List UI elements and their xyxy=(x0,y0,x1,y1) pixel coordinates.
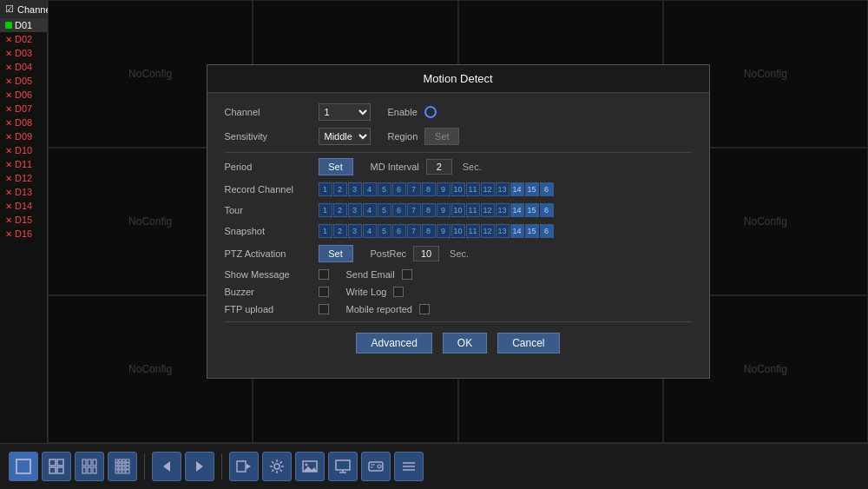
ch-15[interactable]: 15 xyxy=(525,182,539,196)
tour-ch-4[interactable]: 4 xyxy=(363,203,377,217)
snap-ch-7[interactable]: 7 xyxy=(407,224,421,238)
tour-ch-7[interactable]: 7 xyxy=(407,203,421,217)
tour-ch-12[interactable]: 12 xyxy=(481,203,495,217)
snap-ch-9[interactable]: 9 xyxy=(437,224,450,238)
ch-12[interactable]: 12 xyxy=(481,182,495,196)
buzzer-checkbox[interactable] xyxy=(319,287,329,297)
advanced-button[interactable]: Advanced xyxy=(356,333,431,354)
ch-5[interactable]: 5 xyxy=(378,182,391,196)
svg-rect-17 xyxy=(122,463,125,466)
channel-item-d01[interactable]: D01 xyxy=(0,18,47,32)
grid-1x1-icon xyxy=(16,459,31,474)
channel-item-d10[interactable]: ✕ D10 xyxy=(0,143,47,157)
snap-ch-10[interactable]: 10 xyxy=(451,224,465,238)
ch-9[interactable]: 9 xyxy=(437,182,450,196)
hdd-button[interactable] xyxy=(361,452,391,481)
svg-point-39 xyxy=(378,465,381,468)
snap-ch-4[interactable]: 4 xyxy=(363,224,377,238)
grid-2x2-button[interactable] xyxy=(42,452,71,481)
next-button[interactable] xyxy=(185,452,214,481)
ch-11[interactable]: 11 xyxy=(466,182,480,196)
tour-ch-3[interactable]: 3 xyxy=(348,203,362,217)
channel-item-d08[interactable]: ✕ D08 xyxy=(0,116,47,129)
snap-ch-16[interactable]: 6 xyxy=(540,224,554,238)
settings-button[interactable] xyxy=(262,452,292,481)
tour-ch-15[interactable]: 15 xyxy=(525,203,539,217)
enable-checkbox[interactable] xyxy=(424,106,437,118)
grid-1x1-button[interactable] xyxy=(9,452,38,481)
tour-ch-11[interactable]: 11 xyxy=(466,203,480,217)
tour-ch-10[interactable]: 10 xyxy=(451,203,465,217)
sensitivity-select[interactable]: Middle Low High xyxy=(319,128,371,145)
channel-item-d03[interactable]: ✕ D03 xyxy=(0,46,47,60)
ok-button[interactable]: OK xyxy=(443,333,487,354)
monitor-button[interactable] xyxy=(328,452,358,481)
channel-item-d05[interactable]: ✕ D05 xyxy=(0,74,47,88)
ch-14[interactable]: 14 xyxy=(510,182,524,196)
settings-icon xyxy=(269,459,285,474)
ch-4[interactable]: 4 xyxy=(363,182,377,196)
snap-ch-5[interactable]: 5 xyxy=(378,224,391,238)
ch-1[interactable]: 1 xyxy=(319,182,332,196)
toolbar-sep-1 xyxy=(144,453,145,479)
snap-ch-6[interactable]: 6 xyxy=(392,224,406,238)
tour-ch-13[interactable]: 13 xyxy=(496,203,510,217)
dialog-title: Motion Detect xyxy=(207,65,709,93)
ch-7[interactable]: 7 xyxy=(407,182,421,196)
channel-item-d16[interactable]: ✕ D16 xyxy=(0,227,47,241)
channel-item-d06[interactable]: ✕ D06 xyxy=(0,88,47,102)
snap-ch-13[interactable]: 13 xyxy=(496,224,510,238)
channel-item-d07[interactable]: ✕ D07 xyxy=(0,102,47,116)
prev-button[interactable] xyxy=(152,452,181,481)
tour-ch-6[interactable]: 6 xyxy=(392,203,406,217)
snap-ch-3[interactable]: 3 xyxy=(348,224,362,238)
cancel-button[interactable]: Cancel xyxy=(497,333,559,354)
ch-6[interactable]: 6 xyxy=(392,182,406,196)
snap-ch-14[interactable]: 14 xyxy=(510,224,524,238)
snap-ch-11[interactable]: 11 xyxy=(466,224,480,238)
snap-ch-1[interactable]: 1 xyxy=(319,224,332,238)
ch-13[interactable]: 13 xyxy=(496,182,510,196)
channel-item-d12[interactable]: ✕ D12 xyxy=(0,171,47,185)
tour-ch-1[interactable]: 1 xyxy=(319,203,332,217)
ch-2[interactable]: 2 xyxy=(333,182,347,196)
mobile-reported-checkbox[interactable] xyxy=(419,304,430,314)
channel-select[interactable]: 1 2 xyxy=(319,103,371,121)
channel-item-d09[interactable]: ✕ D09 xyxy=(0,129,47,143)
snap-ch-15[interactable]: 15 xyxy=(525,224,539,238)
channel-item-d13[interactable]: ✕ D13 xyxy=(0,185,47,199)
grid-4x4-button[interactable] xyxy=(108,452,137,481)
send-email-checkbox[interactable] xyxy=(402,269,412,280)
tour-ch-2[interactable]: 2 xyxy=(333,203,347,217)
ftp-checkbox[interactable] xyxy=(319,304,329,314)
ptz-set-button[interactable]: Set xyxy=(319,245,353,262)
grid-3x2-button[interactable] xyxy=(75,452,104,481)
image-button[interactable] xyxy=(295,452,325,481)
tour-row: Tour 1 2 3 4 5 6 7 8 9 10 11 12 13 14 15 xyxy=(225,203,692,217)
channel-item-d04[interactable]: ✕ D04 xyxy=(0,60,47,74)
channel-item-d02[interactable]: ✕ D02 xyxy=(0,32,47,46)
x-icon: ✕ xyxy=(5,174,12,183)
md-interval-label: MD Interval xyxy=(371,162,419,172)
channel-item-d11[interactable]: ✕ D11 xyxy=(0,157,47,171)
snap-ch-12[interactable]: 12 xyxy=(481,224,495,238)
show-message-checkbox[interactable] xyxy=(319,269,329,280)
tour-ch-14[interactable]: 14 xyxy=(510,203,524,217)
tour-ch-8[interactable]: 8 xyxy=(422,203,436,217)
period-set-button[interactable]: Set xyxy=(319,158,353,175)
snap-ch-2[interactable]: 2 xyxy=(333,224,347,238)
write-log-checkbox[interactable] xyxy=(393,287,404,297)
list-button[interactable] xyxy=(394,452,424,481)
snap-ch-8[interactable]: 8 xyxy=(422,224,436,238)
tour-ch-5[interactable]: 5 xyxy=(378,203,391,217)
ch-3[interactable]: 3 xyxy=(348,182,362,196)
region-set-button[interactable]: Set xyxy=(424,128,459,145)
ch-10[interactable]: 10 xyxy=(451,182,465,196)
channel-item-d14[interactable]: ✕ D14 xyxy=(0,199,47,213)
ch-16[interactable]: 6 xyxy=(540,182,554,196)
tour-ch-9[interactable]: 9 xyxy=(437,203,450,217)
tour-ch-16[interactable]: 6 xyxy=(540,203,554,217)
record-button[interactable] xyxy=(229,452,259,481)
channel-item-d15[interactable]: ✕ D15 xyxy=(0,213,47,227)
ch-8[interactable]: 8 xyxy=(422,182,436,196)
